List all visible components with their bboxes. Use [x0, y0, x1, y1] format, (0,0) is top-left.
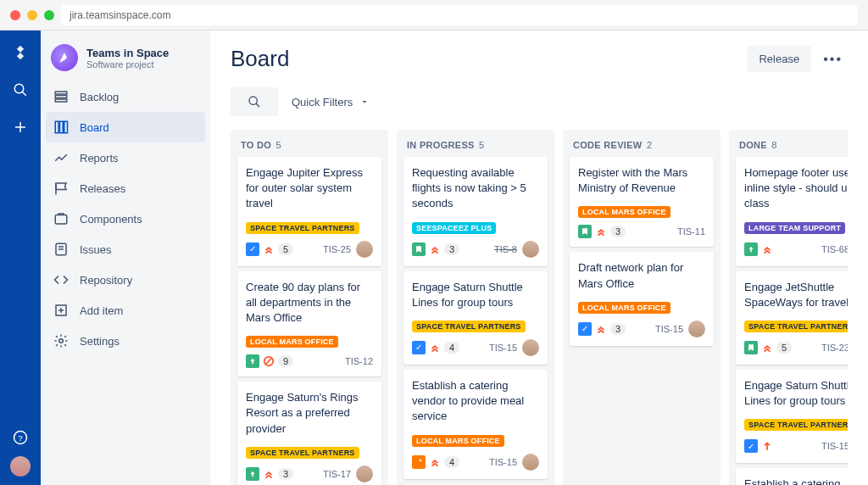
sidebar-item-label: Components — [80, 213, 142, 226]
issue-card[interactable]: Homepage footer uses an inline style - s… — [736, 157, 848, 266]
story-points-badge: 4 — [444, 342, 459, 354]
project-icon — [51, 44, 78, 71]
sidebar-item-components[interactable]: Components — [41, 203, 210, 234]
story-points-badge: 4 — [444, 456, 459, 468]
issue-key: TIS-15 — [489, 457, 517, 467]
card-tag: LOCAL MARS OFFICE — [246, 336, 338, 348]
card-tag: SPACE TRAVEL PARTNERS — [412, 321, 526, 332]
sidebar-item-issues[interactable]: Issues — [41, 234, 210, 265]
sidebar-item-add-item[interactable]: Add item — [41, 295, 210, 326]
sidebar-item-releases[interactable]: Releases — [41, 173, 210, 203]
sidebar-item-label: Reports — [80, 152, 119, 164]
assignee-avatar[interactable] — [522, 241, 539, 258]
page-title: Board — [231, 46, 289, 72]
issue-card[interactable]: Engage Saturn's Rings Resort as a prefer… — [237, 382, 381, 485]
issue-card[interactable]: Requesting available flights is now taki… — [403, 157, 548, 266]
card-title: Engage Saturn Shuttle Lines for group to… — [744, 378, 848, 409]
help-icon[interactable]: ? — [10, 427, 31, 448]
column-count: 5 — [276, 140, 281, 150]
project-name: Teams in Space — [86, 47, 169, 59]
column-header: DONE 8 — [736, 137, 848, 157]
global-nav: ? — [0, 31, 41, 485]
main-content: Board Release ••• Quick Filters TO DO 5E… — [210, 31, 868, 485]
sidebar-item-repository[interactable]: Repository — [41, 265, 210, 295]
card-title: Engage JetShuttle SpaceWays for travel — [744, 280, 848, 310]
add-item-icon — [53, 302, 70, 319]
column-count: 5 — [479, 140, 484, 150]
issue-card[interactable]: Engage Saturn Shuttle Lines for group to… — [403, 271, 548, 365]
issue-card[interactable]: Register with the Mars Ministry of Reven… — [570, 157, 714, 247]
issue-card[interactable]: Establish a catering vendor to provide m… — [403, 370, 548, 479]
svg-rect-6 — [55, 92, 67, 94]
priority-icon — [595, 323, 607, 335]
sidebar-item-board[interactable]: Board — [46, 112, 205, 142]
board-icon — [53, 119, 70, 136]
sidebar-item-label: Board — [80, 121, 109, 134]
card-tag: SEESPACEEZ PLUS — [412, 222, 496, 234]
card-title: Create 90 day plans for all departments … — [246, 280, 373, 326]
assignee-avatar[interactable] — [356, 465, 373, 482]
card-tag: LOCAL MARS OFFICE — [578, 302, 670, 314]
release-button[interactable]: Release — [747, 46, 811, 72]
issue-card[interactable]: Engage JetShuttle SpaceWays for travelSP… — [736, 271, 848, 365]
svg-rect-11 — [64, 121, 68, 133]
sidebar-item-reports[interactable]: Reports — [41, 142, 210, 173]
assignee-avatar[interactable] — [522, 339, 539, 356]
card-tag: LOCAL MARS OFFICE — [578, 206, 670, 218]
svg-rect-9 — [55, 121, 58, 133]
project-header[interactable]: Teams in Space Software project — [41, 44, 210, 81]
issue-card[interactable]: Engage Jupiter Express for outer solar s… — [237, 157, 381, 266]
url-bar[interactable]: jira.teamsinspace.com — [61, 5, 858, 25]
sidebar-item-settings[interactable]: Settings — [41, 326, 210, 356]
card-title: Engage Saturn's Rings Resort as a prefer… — [246, 390, 373, 437]
card-title: Engage Jupiter Express for outer solar s… — [246, 165, 373, 212]
priority-icon — [761, 440, 773, 452]
issue-card[interactable]: Draft network plan for Mars OfficeLOCAL … — [570, 252, 714, 345]
issue-type-icon — [246, 467, 259, 481]
card-title: Register with the Mars Ministry of Reven… — [578, 165, 705, 196]
sidebar-item-label: Settings — [80, 335, 120, 348]
svg-rect-8 — [55, 99, 67, 102]
maximize-window-icon[interactable] — [44, 10, 54, 20]
issue-card[interactable]: Engage Saturn Shuttle Lines for group to… — [736, 370, 848, 463]
window-controls — [10, 10, 54, 20]
quick-filters-dropdown[interactable]: Quick Filters — [292, 96, 370, 109]
jira-logo-icon[interactable] — [10, 42, 31, 63]
issue-card[interactable]: Establish a catering vendor to provide m… — [736, 468, 848, 485]
search-input[interactable] — [231, 87, 278, 116]
browser-chrome: jira.teamsinspace.com — [0, 0, 868, 31]
story-points-badge: 5 — [278, 243, 293, 255]
create-icon[interactable] — [10, 117, 31, 137]
svg-point-21 — [249, 97, 257, 104]
priority-icon — [263, 355, 275, 367]
minimize-window-icon[interactable] — [27, 10, 37, 20]
sidebar-item-label: Add item — [80, 304, 123, 317]
issue-key: TIS-11 — [677, 226, 705, 237]
card-tag: SPACE TRAVEL PARTNERS — [246, 447, 359, 459]
releases-icon — [53, 180, 70, 197]
card-title: Engage Saturn Shuttle Lines for group to… — [412, 280, 539, 310]
sidebar-item-backlog[interactable]: Backlog — [41, 81, 210, 112]
column-header: IN PROGRESS 5 — [403, 137, 548, 157]
close-window-icon[interactable] — [10, 10, 20, 20]
priority-icon — [429, 456, 441, 468]
priority-icon — [429, 243, 441, 255]
story-points-badge: 9 — [278, 355, 293, 367]
user-avatar[interactable] — [10, 456, 31, 477]
more-actions-button[interactable]: ••• — [818, 47, 848, 72]
assignee-avatar[interactable] — [688, 321, 705, 337]
assignee-avatar[interactable] — [356, 241, 373, 258]
column-header: CODE REVIEW 2 — [570, 137, 714, 157]
assignee-avatar[interactable] — [522, 454, 539, 471]
card-title: Establish a catering vendor to provide m… — [412, 378, 539, 425]
issue-key: TIS-23 — [821, 343, 848, 353]
repository-icon — [53, 271, 70, 288]
search-icon[interactable] — [10, 80, 31, 100]
card-title: Establish a catering vendor to provide m… — [744, 477, 848, 485]
sidebar-item-label: Repository — [80, 274, 132, 287]
issue-card[interactable]: Create 90 day plans for all departments … — [237, 271, 381, 377]
issue-type-icon — [744, 242, 758, 256]
svg-rect-7 — [55, 96, 67, 98]
svg-point-20 — [59, 339, 64, 343]
priority-icon — [429, 342, 441, 354]
